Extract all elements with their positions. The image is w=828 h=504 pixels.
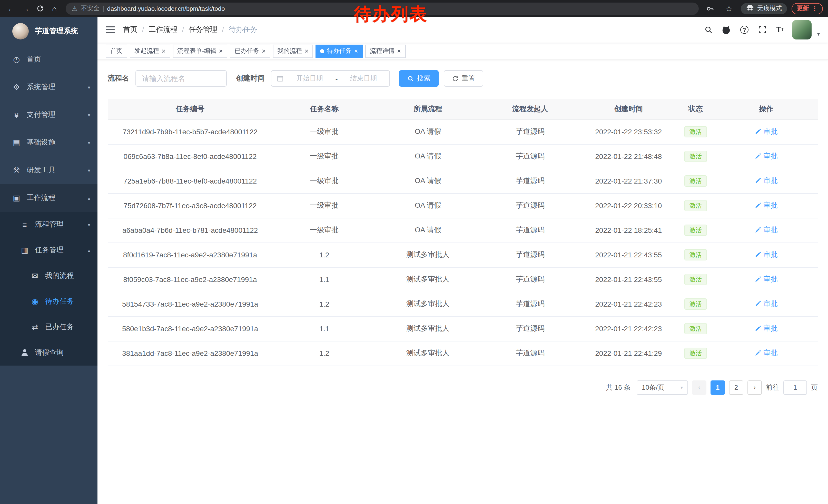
help-icon[interactable]: ? bbox=[738, 23, 750, 36]
key-icon[interactable] bbox=[703, 1, 717, 16]
reset-button[interactable]: 重置 bbox=[444, 70, 483, 87]
avatar[interactable] bbox=[792, 20, 812, 40]
cell-process: 测试多审批人 bbox=[376, 292, 480, 316]
breadcrumb: 首页 工作流程 任务管理 待办任务 bbox=[123, 25, 257, 34]
close-icon[interactable]: × bbox=[354, 48, 358, 54]
date-range-picker[interactable]: 开始日期 - 结束日期 bbox=[271, 70, 390, 87]
home-icon[interactable]: ⌂ bbox=[47, 1, 61, 16]
chevron-down-icon[interactable]: ▾ bbox=[817, 31, 820, 37]
start-date-placeholder[interactable]: 开始日期 bbox=[289, 74, 330, 83]
table-row: 8f0d1619-7ac8-11ec-a9e2-a2380e71991a 1.2… bbox=[108, 242, 818, 267]
close-icon[interactable]: × bbox=[262, 48, 265, 54]
sidebar-item-label: 流程管理 bbox=[35, 220, 85, 229]
approve-link[interactable]: 审批 bbox=[755, 275, 778, 284]
table-row: 73211d9d-7b9b-11ec-b5b7-acde48001122 一级审… bbox=[108, 120, 818, 144]
col-header-create-time: 创建时间 bbox=[580, 99, 676, 120]
tag-process-form-edit[interactable]: 流程表单-编辑 × bbox=[173, 44, 227, 58]
sidebar-item-home[interactable]: ◷ 首页 bbox=[0, 46, 97, 73]
goto-page-input[interactable] bbox=[783, 380, 807, 395]
approve-link[interactable]: 审批 bbox=[755, 152, 778, 161]
approve-link[interactable]: 审批 bbox=[755, 201, 778, 210]
sidebar-item-done-task[interactable]: ⇄ 已办任务 bbox=[0, 314, 97, 340]
page-button-2[interactable]: 2 bbox=[729, 380, 743, 395]
tag-label: 流程表单-编辑 bbox=[177, 47, 216, 55]
update-label: 更新 bbox=[797, 4, 809, 13]
todo-task-table: 任务编号 任务名称 所属流程 流程发起人 创建时间 状态 操作 73211d9d… bbox=[108, 99, 818, 366]
cell-task-id: 58154733-7ac8-11ec-a9e2-a2380e71991a bbox=[108, 292, 273, 316]
user-icon bbox=[19, 349, 30, 357]
close-icon[interactable]: × bbox=[397, 48, 401, 54]
approve-link[interactable]: 审批 bbox=[755, 176, 778, 186]
sidebar-item-dev-tools[interactable]: ⚒ 研发工具 ▾ bbox=[0, 156, 97, 184]
page-size-select[interactable]: 10条/页 ▾ bbox=[637, 380, 688, 395]
approve-link[interactable]: 审批 bbox=[755, 324, 778, 333]
sidebar-item-system-management[interactable]: ⚙ 系统管理 ▾ bbox=[0, 73, 97, 101]
process-name-input[interactable] bbox=[135, 70, 227, 87]
sidebar-item-label: 基础设施 bbox=[27, 138, 85, 147]
chevron-up-icon: ▴ bbox=[88, 195, 90, 201]
update-button[interactable]: 更新 ⋮ bbox=[792, 3, 823, 14]
tag-home[interactable]: 首页 bbox=[106, 44, 127, 58]
tag-done-task[interactable]: 已办任务 × bbox=[230, 44, 270, 58]
annotation-overlay: 待办列表 bbox=[354, 3, 428, 26]
forward-icon[interactable]: → bbox=[18, 1, 33, 16]
sidebar-item-process-management[interactable]: ≡ 流程管理 ▾ bbox=[0, 212, 97, 237]
approve-link[interactable]: 审批 bbox=[755, 250, 778, 260]
cell-process: 测试多审批人 bbox=[376, 242, 480, 267]
sidebar-item-payment-management[interactable]: ¥ 支付管理 ▾ bbox=[0, 101, 97, 129]
approve-link[interactable]: 审批 bbox=[755, 349, 778, 358]
sidebar: 芋道管理系统 ◷ 首页 ⚙ 系统管理 ▾ ¥ 支付管理 ▾ ▤ 基础设施 ▾ bbox=[0, 17, 97, 504]
cell-initiator: 芋道源码 bbox=[480, 292, 580, 316]
cell-create-time: 2022-01-22 20:33:10 bbox=[580, 193, 676, 218]
approve-link-label: 审批 bbox=[763, 176, 778, 186]
app-logo-row[interactable]: 芋道管理系统 bbox=[0, 17, 97, 46]
breadcrumb-item-task-management[interactable]: 任务管理 bbox=[189, 25, 229, 34]
close-icon[interactable]: × bbox=[305, 48, 308, 54]
end-date-placeholder[interactable]: 结束日期 bbox=[343, 74, 384, 83]
cell-initiator: 芋道源码 bbox=[480, 218, 580, 242]
hamburger-icon[interactable] bbox=[106, 26, 115, 34]
back-icon[interactable]: ← bbox=[4, 1, 18, 16]
github-icon[interactable] bbox=[720, 23, 733, 36]
approve-link[interactable]: 审批 bbox=[755, 226, 778, 235]
breadcrumb-item-home[interactable]: 首页 bbox=[123, 25, 149, 34]
star-icon[interactable]: ☆ bbox=[722, 1, 736, 16]
sidebar-item-leave-query[interactable]: 请假查询 bbox=[0, 340, 97, 366]
search-button[interactable]: 搜索 bbox=[399, 70, 439, 87]
tag-todo-task[interactable]: 待办任务 × bbox=[316, 44, 363, 58]
sidebar-item-workflow[interactable]: ▣ 工作流程 ▴ bbox=[0, 184, 97, 212]
close-icon[interactable]: × bbox=[219, 48, 223, 54]
tool-icon: ⚒ bbox=[11, 166, 22, 175]
fullscreen-icon[interactable] bbox=[756, 23, 769, 36]
sidebar-item-infrastructure[interactable]: ▤ 基础设施 ▾ bbox=[0, 129, 97, 156]
font-size-icon[interactable]: TT bbox=[774, 23, 786, 36]
col-header-task-id: 任务编号 bbox=[108, 99, 273, 120]
cell-actions: 审批 bbox=[715, 267, 818, 292]
next-page-button[interactable]: › bbox=[747, 380, 762, 395]
tag-my-process[interactable]: 我的流程 × bbox=[273, 44, 313, 58]
approve-link[interactable]: 审批 bbox=[755, 300, 778, 309]
col-header-initiator: 流程发起人 bbox=[480, 99, 580, 120]
more-menu-icon[interactable]: ⋮ bbox=[812, 5, 818, 12]
page-button-1[interactable]: 1 bbox=[710, 380, 725, 395]
navbar-actions: ? TT ▾ bbox=[702, 20, 820, 40]
pagination: 共 16 条 10条/页 ▾ ‹ 1 2 › 前往 页 bbox=[108, 380, 818, 395]
prev-page-button[interactable]: ‹ bbox=[692, 380, 706, 395]
url-text[interactable]: dashboard.yudao.iocoder.cn/bpm/task/todo bbox=[107, 5, 225, 12]
security-label[interactable]: 不安全 bbox=[81, 4, 99, 13]
tag-start-process[interactable]: 发起流程 × bbox=[130, 44, 170, 58]
approve-link[interactable]: 审批 bbox=[755, 127, 778, 136]
refresh-icon[interactable] bbox=[33, 1, 47, 16]
sidebar-item-label: 首页 bbox=[27, 55, 90, 64]
breadcrumb-item-workflow[interactable]: 工作流程 bbox=[149, 25, 189, 34]
app-title: 芋道管理系统 bbox=[35, 27, 78, 36]
sidebar-item-todo-task[interactable]: ◉ 待办任务 bbox=[0, 289, 97, 314]
tag-process-detail[interactable]: 流程详情 × bbox=[365, 44, 406, 58]
chevron-up-icon: ▴ bbox=[88, 247, 90, 253]
top-navbar: 首页 工作流程 任务管理 待办任务 ? TT bbox=[97, 17, 828, 43]
sidebar-item-task-management[interactable]: ▥ 任务管理 ▴ bbox=[0, 237, 97, 263]
tags-view: 首页 发起流程 × 流程表单-编辑 × 已办任务 × 我的流程 × bbox=[97, 43, 828, 60]
close-icon[interactable]: × bbox=[162, 48, 165, 54]
sidebar-item-my-process[interactable]: ✉ 我的流程 bbox=[0, 263, 97, 289]
search-icon[interactable] bbox=[702, 23, 715, 36]
